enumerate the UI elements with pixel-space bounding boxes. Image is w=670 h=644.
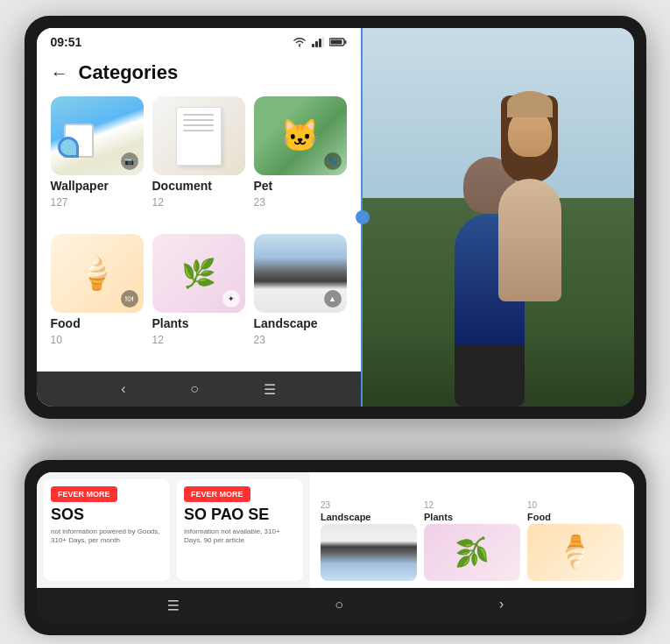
flipped-landscape-label: Landscape [321,512,417,522]
page-header: ← Categories [37,53,361,96]
person-woman [490,28,569,407]
flipped-food-thumb [527,524,624,581]
flipped-food: Food 10 [527,479,624,581]
woman-hat [507,91,553,117]
pet-name: Pet [254,179,347,193]
document-thumbnail [152,96,245,175]
pet-badge: 🐾 [324,152,342,170]
landscape-name: Landscape [254,316,347,330]
category-item-wallpaper[interactable]: 📷 Wallpaper 127 [51,96,144,225]
wallpaper-thumbnail: 📷 [51,96,144,175]
couple-photo [363,28,634,407]
promo-button-2[interactable]: FEVER MORE [51,486,117,502]
promo-card-2: FEVER MORE SOS not information powered b… [44,479,170,581]
wallpaper-badge: 📷 [121,152,138,170]
tablet-screen-bottom: ‹ ○ ☰ Food 10 Plants [37,472,634,623]
flipped-right-panel: FEVER MORE SO ΡΑΟ SE Information not ava… [37,472,310,588]
right-panel-photo [363,28,634,407]
tablet-frame-bottom: ‹ ○ ☰ Food 10 Plants [25,460,646,635]
flipped-landscape-thumb [321,524,417,581]
plants-name: Plants [152,316,245,330]
food-name: Food [51,316,144,330]
battery-icon [329,37,347,47]
flipped-landscape: Landscape 23 [321,479,417,581]
nav-home-flipped: ○ [335,598,343,613]
plants-thumbnail: ✦ [152,234,245,313]
document-count: 12 [152,196,245,209]
tablet-top: 09:51 [25,16,646,419]
promo-button-1[interactable]: FEVER MORE [184,486,250,502]
flipped-food-count: 10 [527,500,624,510]
bottom-navigation: ‹ ○ ☰ [37,372,361,407]
flipped-content: Food 10 Plants 12 Landscape 23 [37,472,634,588]
book-line-4 [183,130,214,131]
divider-dot [356,210,370,224]
back-button[interactable]: ← [51,63,68,83]
promo-text-2: not information powered by Goods, 310+ D… [51,527,163,546]
wallpaper-count: 127 [51,196,144,209]
svg-rect-3 [319,39,321,47]
flipped-landscape-count: 23 [321,500,417,510]
category-item-pet[interactable]: 🐾 Pet 23 [254,96,347,225]
panel-divider [361,28,363,407]
book-line-1 [183,114,214,116]
plants-badge: ✦ [222,290,240,308]
book-line-2 [183,119,214,121]
signal-icon [312,37,324,47]
category-item-document[interactable]: Document 12 [152,96,245,225]
woman-body [498,179,561,301]
tablet-frame-top: 09:51 [25,16,646,419]
plants-count: 12 [152,334,245,346]
svg-rect-1 [312,44,314,47]
status-bar: 09:51 [37,28,361,53]
svg-rect-4 [322,37,324,47]
pet-thumbnail: 🐾 [254,96,347,175]
flipped-food-label: Food [527,512,624,522]
book-line-3 [183,124,214,126]
svg-rect-2 [315,41,318,47]
promo-text-1: Information not available, 310+ Days, 90… [184,527,296,546]
svg-rect-6 [344,40,346,44]
flipped-plants-thumb [424,524,520,581]
pet-count: 23 [254,196,347,209]
landscape-badge: ▲ [324,290,342,308]
flipped-left-panel: Food 10 Plants 12 Landscape 23 [310,472,634,588]
tablet-bottom: ‹ ○ ☰ Food 10 Plants [25,460,646,635]
categories-grid: 📷 Wallpaper 127 [37,96,361,372]
category-item-plants[interactable]: ✦ Plants 12 [152,234,245,363]
flipped-categories: Food 10 Plants 12 Landscape 23 [310,472,634,588]
left-panel: 09:51 [37,28,361,407]
promo-number-1: SO ΡΑΟ SE [184,506,296,524]
flipped-plants-count: 12 [424,500,520,510]
food-badge: 🍽 [121,290,138,308]
time-display: 09:51 [51,35,82,49]
wallpaper-name: Wallpaper [51,179,144,193]
nav-home-button[interactable]: ○ [190,381,199,397]
book-lines [183,114,214,131]
category-item-food[interactable]: 🍽 Food 10 [51,234,144,363]
landscape-count: 23 [254,334,347,346]
status-icons [293,37,347,47]
food-count: 10 [51,334,144,346]
nav-back-button[interactable]: ‹ [121,381,125,397]
wifi-icon [293,37,307,47]
nav-back-flipped: ‹ [498,598,503,613]
flipped-plants: Plants 12 [424,479,520,581]
landscape-thumbnail: ▲ [254,234,347,313]
bottom-nav-flipped: ‹ ○ ☰ [37,588,634,623]
svg-rect-7 [330,40,342,45]
tablet-screen-top: 09:51 [37,28,634,407]
flipped-plants-label: Plants [424,512,520,522]
document-name: Document [152,179,245,193]
svg-point-0 [299,46,300,47]
category-item-landscape[interactable]: ▲ Landscape 23 [254,234,347,363]
page-title: Categories [79,61,179,84]
promo-card-1: FEVER MORE SO ΡΑΟ SE Information not ava… [177,479,303,581]
promo-number-2: SOS [51,506,163,524]
food-thumbnail: 🍽 [51,234,144,313]
nav-recents-flipped: ☰ [166,598,179,614]
nav-recents-button[interactable]: ☰ [264,381,276,398]
